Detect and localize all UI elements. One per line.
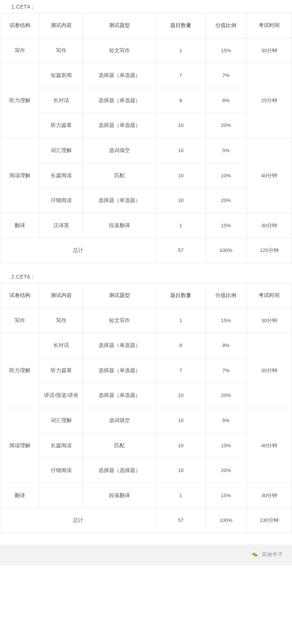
pct-cell: 15% (205, 213, 247, 238)
pct-cell: 8% (205, 88, 247, 113)
total-label-cell: 总计 (0, 508, 157, 533)
content-cell: 仔细阅读 (40, 188, 83, 213)
footer-bar: 高校学子 (0, 544, 292, 566)
pct-cell: 5% (205, 408, 247, 433)
table-header-cell: 试卷结构 (0, 283, 40, 308)
svg-point-3 (253, 554, 254, 554)
pct-cell: 10% (205, 163, 247, 188)
count-cell: 1 (156, 38, 205, 63)
structure-cell: 写作 (0, 38, 40, 63)
structure-cell: 翻译 (0, 483, 40, 508)
count-cell: 7 (156, 358, 205, 383)
footer-label: 高校学子 (262, 551, 283, 558)
table-header-cell: 测试题型 (83, 283, 156, 308)
count-cell: 10 (156, 408, 205, 433)
table-row: 写作写作短文写作115%30分钟 (0, 38, 292, 63)
count-cell: 10 (156, 113, 205, 138)
table-total-row: 总计57100%125分钟 (0, 238, 292, 263)
svg-point-4 (254, 554, 255, 554)
total-count-cell: 57 (156, 508, 205, 533)
total-label-cell: 总计 (0, 238, 157, 263)
pct-cell: 20% (205, 188, 247, 213)
section-title: 1.CET4： (0, 0, 292, 13)
count-cell: 1 (156, 308, 205, 333)
type-cell: 选择题（单选题） (83, 63, 156, 88)
total-count-cell: 57 (156, 238, 205, 263)
svg-point-6 (256, 555, 257, 555)
type-cell: 匹配 (83, 163, 156, 188)
content-cell: 长篇阅读 (40, 433, 83, 458)
type-cell: 选择题（单选题） (83, 358, 156, 383)
type-cell: 选择题（单选题） (83, 333, 156, 358)
svg-point-2 (254, 554, 257, 557)
pct-cell: 15% (205, 38, 247, 63)
count-cell: 8 (156, 88, 205, 113)
table-row: 写作写作短文写作115%30分钟 (0, 308, 292, 333)
count-cell: 10 (156, 188, 205, 213)
time-cell: 30分钟 (247, 38, 292, 63)
content-cell: 短篇新闻 (40, 63, 83, 88)
structure-cell: 阅读理解 (0, 408, 40, 483)
content-cell: 写作 (40, 308, 83, 333)
pct-cell: 7% (205, 358, 247, 383)
pct-cell: 15% (205, 483, 247, 508)
table-row: 阅读理解词汇理解选词填空105%40分钟 (0, 408, 292, 433)
table-row: 阅读理解词汇理解选词填空105%40分钟 (0, 138, 292, 163)
table-header-cell: 分值比例 (205, 13, 247, 38)
wechat-icon (251, 550, 259, 559)
table-row: 听力理解长对话选择题（单选题）88%30分钟 (0, 333, 292, 358)
count-cell: 10 (156, 138, 205, 163)
time-cell: 40分钟 (247, 138, 292, 213)
count-cell: 8 (156, 333, 205, 358)
content-cell: 讲话/报道/讲座 (40, 383, 83, 408)
pct-cell: 8% (205, 333, 247, 358)
type-cell: 选择题（单选题） (83, 383, 156, 408)
type-cell: 选词填空 (83, 408, 156, 433)
type-cell: 选择题（单选题） (83, 113, 156, 138)
time-cell: 30分钟 (247, 333, 292, 408)
type-cell: 短文写作 (83, 308, 156, 333)
count-cell: 1 (156, 213, 205, 238)
table-header-cell: 考试时间 (247, 283, 292, 308)
content-cell: 长对话 (40, 333, 83, 358)
structure-cell: 翻译 (0, 213, 40, 238)
table-header-cell: 测试题型 (83, 13, 156, 38)
time-cell: 40分钟 (247, 408, 292, 483)
structure-cell: 阅读理解 (0, 138, 40, 213)
table-header-cell: 测试内容 (40, 283, 83, 308)
content-cell: 仔细阅读 (40, 458, 83, 483)
table-total-row: 总计57100%130分钟 (0, 508, 292, 533)
table-header-row: 试卷结构测试内容测试题型题目数量分值比例考试时间 (0, 283, 292, 308)
content-cell (40, 483, 83, 508)
time-cell: 30分钟 (247, 308, 292, 333)
table-header-cell: 测试内容 (40, 13, 83, 38)
exam-table: 试卷结构测试内容测试题型题目数量分值比例考试时间写作写作短文写作115%30分钟… (0, 283, 292, 533)
table-row: 翻译汉译英段落翻译115%30分钟 (0, 213, 292, 238)
count-cell: 10 (156, 433, 205, 458)
total-time-cell: 130分钟 (247, 508, 292, 533)
count-cell: 10 (156, 163, 205, 188)
pct-cell: 20% (205, 383, 247, 408)
section-title: 2.CET6： (0, 270, 292, 283)
pct-cell: 10% (205, 433, 247, 458)
content-cell: 长对话 (40, 88, 83, 113)
pct-cell: 20% (205, 113, 247, 138)
table-header-cell: 题目数量 (156, 283, 205, 308)
type-cell: 选择题（单选题） (83, 88, 156, 113)
count-cell: 10 (156, 383, 205, 408)
content-cell: 听力篇章 (40, 358, 83, 383)
structure-cell: 听力理解 (0, 333, 40, 408)
exam-table: 试卷结构测试内容测试题型题目数量分值比例考试时间写作写作短文写作115%30分钟… (0, 13, 292, 263)
content-cell: 词汇理解 (40, 138, 83, 163)
table-header-cell: 分值比例 (205, 283, 247, 308)
type-cell: 匹配 (83, 433, 156, 458)
content-cell: 听力篇章 (40, 113, 83, 138)
table-row: 听力理解短篇新闻选择题（单选题）77%25分钟 (0, 63, 292, 88)
pct-cell: 7% (205, 63, 247, 88)
content-cell: 长篇阅读 (40, 163, 83, 188)
total-time-cell: 125分钟 (247, 238, 292, 263)
time-cell: 30分钟 (247, 483, 292, 508)
table-header-cell: 题目数量 (156, 13, 205, 38)
count-cell: 10 (156, 458, 205, 483)
table-header-cell: 考试时间 (247, 13, 292, 38)
